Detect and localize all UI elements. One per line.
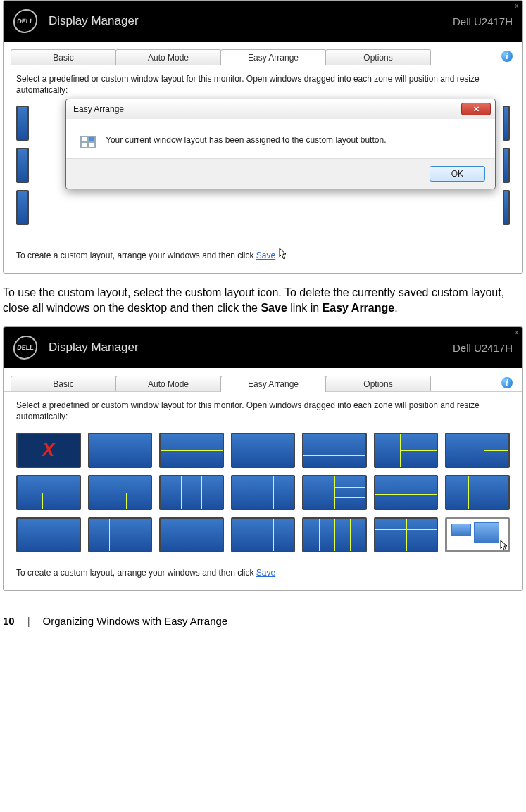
tab-auto-mode[interactable]: Auto Mode: [115, 376, 221, 391]
dialog-titlebar: Easy Arrange ✕: [66, 99, 495, 119]
layout-thumb-edge[interactable]: [503, 106, 510, 141]
page-number: 10: [3, 615, 15, 627]
dell-logo-icon: DELL: [13, 9, 39, 33]
layout-grid-obscured: Easy Arrange ✕ Your current window layou…: [16, 106, 510, 232]
monitor-model: Dell U2417H: [453, 15, 513, 27]
layout-h2[interactable]: [159, 433, 224, 468]
layout-row3a[interactable]: [374, 475, 439, 510]
dialog-message: Your current window layout has been assi…: [106, 134, 386, 146]
dialog-close-button[interactable]: ✕: [461, 103, 491, 115]
layout-lsplit[interactable]: [374, 433, 439, 468]
layout-8[interactable]: [374, 517, 439, 552]
page-footer: 10 | Organizing Windows with Easy Arrang…: [3, 615, 523, 634]
instruction-text: Select a predefined or custom window lay…: [16, 74, 510, 96]
layout-grid: X: [16, 433, 510, 552]
app-title: Display Manager: [49, 341, 453, 355]
titlebar: DELL Display Manager Dell U2417H: [4, 1, 522, 42]
tab-basic[interactable]: Basic: [11, 376, 116, 391]
layout-thumb-edge[interactable]: [16, 190, 29, 225]
dell-logo-icon: DELL: [13, 336, 39, 360]
window-close-icon[interactable]: x: [515, 2, 519, 9]
doc-paragraph: To use the custom layout, select the cus…: [3, 285, 523, 315]
monitor-model: Dell U2417H: [453, 342, 513, 354]
layout-6a[interactable]: [231, 517, 296, 552]
info-icon[interactable]: i: [501, 377, 513, 388]
save-link[interactable]: Save: [256, 250, 275, 260]
cursor-icon: [499, 540, 510, 552]
layout-quad[interactable]: [16, 517, 81, 552]
layout-5a[interactable]: [88, 517, 153, 552]
tab-options[interactable]: Options: [325, 376, 431, 391]
dialog-body: Your current window layout has been assi…: [66, 119, 495, 159]
layout-6b[interactable]: [302, 517, 367, 552]
layout-narrow2[interactable]: [445, 475, 510, 510]
layout-v2[interactable]: [231, 433, 296, 468]
layout-thumb-edge[interactable]: [503, 190, 510, 225]
layout-5b[interactable]: [159, 517, 224, 552]
layout-custom[interactable]: [445, 517, 510, 552]
layout-bl[interactable]: [16, 475, 81, 510]
cursor-icon: [278, 248, 289, 260]
tab-easy-arrange[interactable]: Easy Arrange: [220, 376, 326, 392]
dialog-title: Easy Arrange: [73, 104, 124, 114]
footer-text: To create a custom layout, arrange your …: [16, 568, 256, 578]
tab-easy-arrange[interactable]: Easy Arrange: [220, 49, 326, 65]
footer-separator: |: [27, 615, 30, 627]
tab-basic[interactable]: Basic: [11, 49, 116, 65]
layout-thumb-edge[interactable]: [16, 148, 29, 183]
footer-instruction: To create a custom layout, arrange your …: [16, 248, 510, 260]
ok-button[interactable]: OK: [430, 166, 485, 182]
dialog-footer: OK: [66, 159, 495, 189]
instruction-text: Select a predefined or custom window lay…: [16, 400, 510, 422]
layout-br[interactable]: [88, 475, 153, 510]
display-manager-window-2: x DELL Display Manager Dell U2417H Basic…: [3, 326, 523, 590]
confirmation-dialog: Easy Arrange ✕ Your current window layou…: [65, 99, 496, 189]
layout-thumb-edge[interactable]: [503, 148, 510, 183]
easy-arrange-panel: Select a predefined or custom window lay…: [4, 65, 522, 273]
layout-full[interactable]: [88, 433, 153, 468]
titlebar: DELL Display Manager Dell U2417H: [4, 327, 522, 368]
tab-auto-mode[interactable]: Auto Mode: [115, 49, 221, 65]
layout-col3[interactable]: [159, 475, 224, 510]
footer-text: To create a custom layout, arrange your …: [16, 250, 256, 260]
section-title: Organizing Windows with Easy Arrange: [43, 615, 228, 627]
app-title: Display Manager: [49, 14, 453, 28]
easy-arrange-panel: Select a predefined or custom window lay…: [4, 392, 522, 590]
layout-rsplit[interactable]: [445, 433, 510, 468]
layout-tall3[interactable]: [302, 475, 367, 510]
display-manager-window-1: x DELL Display Manager Dell U2417H Basic…: [3, 0, 523, 274]
tab-bar: Basic Auto Mode Easy Arrange Options i: [4, 368, 522, 392]
tab-bar: Basic Auto Mode Easy Arrange Options i: [4, 42, 522, 65]
layout-preview-icon: [80, 136, 96, 148]
close-icon: ✕: [473, 105, 480, 114]
tab-options[interactable]: Options: [325, 49, 431, 65]
layout-thumb-edge[interactable]: [16, 106, 29, 141]
window-close-icon[interactable]: x: [515, 329, 519, 336]
save-link[interactable]: Save: [256, 568, 275, 578]
layout-h3[interactable]: [302, 433, 367, 468]
layout-mix3[interactable]: [231, 475, 296, 510]
info-icon[interactable]: i: [501, 51, 513, 62]
footer-instruction: To create a custom layout, arrange your …: [16, 568, 510, 578]
layout-none[interactable]: X: [16, 433, 81, 468]
